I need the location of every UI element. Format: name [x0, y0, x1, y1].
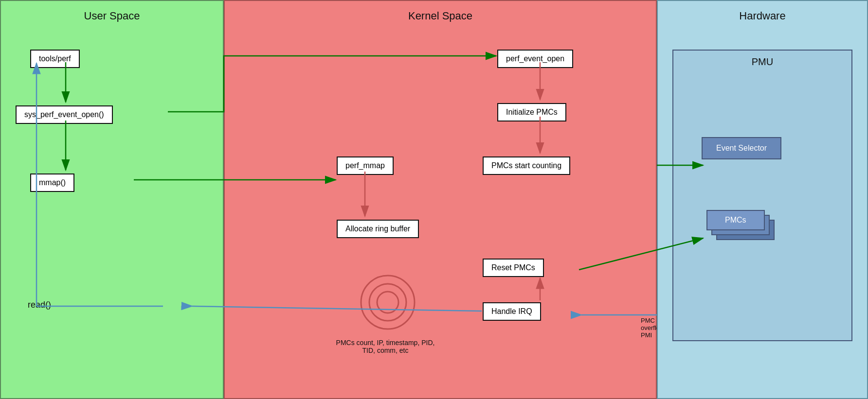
box-allocate-ring-buffer: Allocate ring buffer	[337, 220, 419, 238]
kernel-space-title: Kernel Space	[225, 1, 656, 22]
svg-point-2	[377, 292, 398, 313]
zone-hardware: Hardware PMU Event Selector PMCs PMCs PM…	[657, 0, 868, 399]
svg-point-1	[369, 284, 406, 321]
box-mmap: mmap()	[30, 173, 74, 192]
box-pmcs-start-counting: PMCs start counting	[483, 156, 570, 175]
box-event-selector: Event Selector	[702, 137, 781, 159]
pmu-label: PMU	[673, 51, 851, 73]
zone-kernel: Kernel Space perf_event_open Initialize …	[224, 0, 657, 399]
ring-buffer-caption: PMCs count, IP, timestamp, PID, TID, com…	[322, 339, 449, 354]
box-initialize-pmcs: Initialize PMCs	[497, 103, 566, 121]
diagram: User Space tools/perf sys_perf_event_ope…	[0, 0, 868, 399]
hardware-title: Hardware	[658, 1, 867, 22]
read-label: read()	[28, 300, 51, 310]
pmu-container: PMU	[672, 50, 852, 341]
box-pmcs-front: PMCs	[706, 210, 765, 230]
box-perf-mmap: perf_mmap	[337, 156, 394, 175]
user-space-title: User Space	[1, 1, 223, 22]
box-tools-perf: tools/perf	[30, 50, 80, 68]
box-handle-irq: Handle IRQ	[483, 302, 541, 321]
box-perf-event-open: perf_event_open	[497, 50, 573, 68]
box-sys-perf-event-open: sys_perf_event_open()	[16, 105, 113, 124]
zone-user: User Space tools/perf sys_perf_event_ope…	[0, 0, 224, 399]
ring-buffer	[359, 273, 417, 331]
box-reset-pmcs: Reset PMCs	[483, 259, 544, 277]
